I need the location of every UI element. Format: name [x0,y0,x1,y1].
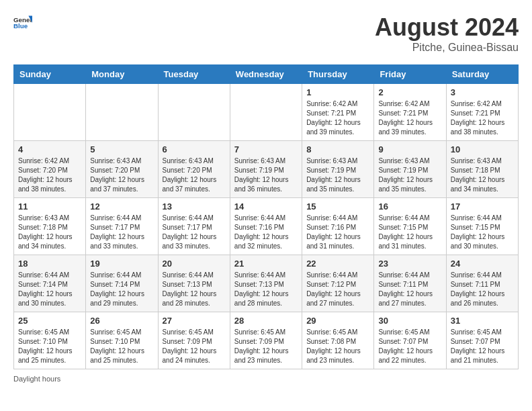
day-number: 6 [163,144,226,154]
calendar-week-row: 25Sunrise: 6:45 AMSunset: 7:10 PMDayligh… [14,312,519,369]
page-header: General Blue August 2024 Pitche, Guinea-… [13,13,519,54]
calendar-cell: 13Sunrise: 6:44 AMSunset: 7:17 PMDayligh… [158,198,230,255]
day-number: 2 [378,87,441,97]
day-info: Sunrise: 6:43 AMSunset: 7:19 PMDaylight:… [234,156,298,194]
day-info: Sunrise: 6:45 AMSunset: 7:10 PMDaylight:… [18,328,81,365]
day-info: Sunrise: 6:45 AMSunset: 7:09 PMDaylight:… [163,328,226,365]
day-number: 18 [18,259,81,269]
day-number: 14 [234,201,298,212]
calendar-cell: 29Sunrise: 6:45 AMSunset: 7:08 PMDayligh… [302,312,374,369]
day-of-week-header: Sunday [14,65,86,84]
calendar-week-row: 4Sunrise: 6:42 AMSunset: 7:20 PMDaylight… [14,141,519,198]
calendar-cell: 22Sunrise: 6:44 AMSunset: 7:12 PMDayligh… [302,255,374,312]
day-info: Sunrise: 6:44 AMSunset: 7:15 PMDaylight:… [451,214,514,251]
day-info: Sunrise: 6:44 AMSunset: 7:17 PMDaylight:… [90,214,153,251]
calendar-week-row: 1Sunrise: 6:42 AMSunset: 7:21 PMDaylight… [14,84,519,141]
calendar-cell: 30Sunrise: 6:45 AMSunset: 7:07 PMDayligh… [374,312,446,369]
day-number: 12 [90,201,153,212]
day-info: Sunrise: 6:43 AMSunset: 7:20 PMDaylight:… [90,156,153,194]
day-info: Sunrise: 6:44 AMSunset: 7:12 PMDaylight:… [306,271,369,308]
day-info: Sunrise: 6:43 AMSunset: 7:18 PMDaylight:… [451,156,514,194]
calendar-body: 1Sunrise: 6:42 AMSunset: 7:21 PMDaylight… [14,84,519,369]
day-of-week-header: Saturday [446,65,518,84]
calendar-cell: 31Sunrise: 6:45 AMSunset: 7:07 PMDayligh… [446,312,518,369]
day-number: 4 [18,144,81,154]
day-info: Sunrise: 6:44 AMSunset: 7:13 PMDaylight:… [163,271,226,308]
calendar-cell: 6Sunrise: 6:43 AMSunset: 7:20 PMDaylight… [158,141,230,198]
header-row: SundayMondayTuesdayWednesdayThursdayFrid… [14,65,519,84]
day-of-week-header: Tuesday [158,65,230,84]
calendar-cell: 2Sunrise: 6:42 AMSunset: 7:21 PMDaylight… [374,84,446,141]
day-info: Sunrise: 6:45 AMSunset: 7:07 PMDaylight:… [378,328,441,365]
day-number: 1 [306,87,369,97]
svg-text:Blue: Blue [13,22,28,30]
calendar-cell: 4Sunrise: 6:42 AMSunset: 7:20 PMDaylight… [14,141,86,198]
day-number: 3 [451,87,514,97]
day-info: Sunrise: 6:44 AMSunset: 7:13 PMDaylight:… [234,271,298,308]
calendar-cell: 12Sunrise: 6:44 AMSunset: 7:17 PMDayligh… [86,198,158,255]
calendar-cell: 23Sunrise: 6:44 AMSunset: 7:11 PMDayligh… [374,255,446,312]
day-number: 28 [234,316,298,326]
calendar-cell: 20Sunrise: 6:44 AMSunset: 7:13 PMDayligh… [158,255,230,312]
day-info: Sunrise: 6:43 AMSunset: 7:18 PMDaylight:… [18,214,81,251]
day-info: Sunrise: 6:42 AMSunset: 7:21 PMDaylight:… [451,99,514,137]
day-number: 26 [90,316,153,326]
logo-icon: General Blue [13,13,32,32]
day-info: Sunrise: 6:44 AMSunset: 7:11 PMDaylight:… [378,271,441,308]
calendar-cell [158,84,230,141]
logo: General Blue [13,13,32,32]
day-number: 13 [163,201,226,212]
day-number: 24 [451,259,514,269]
calendar-week-row: 18Sunrise: 6:44 AMSunset: 7:14 PMDayligh… [14,255,519,312]
calendar-cell [86,84,158,141]
day-info: Sunrise: 6:44 AMSunset: 7:16 PMDaylight:… [306,214,369,251]
calendar-table: SundayMondayTuesdayWednesdayThursdayFrid… [13,64,519,369]
day-number: 5 [90,144,153,154]
day-info: Sunrise: 6:42 AMSunset: 7:21 PMDaylight:… [378,99,441,137]
day-info: Sunrise: 6:45 AMSunset: 7:08 PMDaylight:… [306,328,369,365]
calendar-cell: 9Sunrise: 6:43 AMSunset: 7:19 PMDaylight… [374,141,446,198]
day-info: Sunrise: 6:45 AMSunset: 7:10 PMDaylight:… [90,328,153,365]
calendar-week-row: 11Sunrise: 6:43 AMSunset: 7:18 PMDayligh… [14,198,519,255]
calendar-cell: 26Sunrise: 6:45 AMSunset: 7:10 PMDayligh… [86,312,158,369]
calendar-cell: 17Sunrise: 6:44 AMSunset: 7:15 PMDayligh… [446,198,518,255]
day-info: Sunrise: 6:44 AMSunset: 7:17 PMDaylight:… [163,214,226,251]
day-of-week-header: Friday [374,65,446,84]
calendar-cell: 11Sunrise: 6:43 AMSunset: 7:18 PMDayligh… [14,198,86,255]
day-info: Sunrise: 6:42 AMSunset: 7:20 PMDaylight:… [18,156,81,194]
day-number: 30 [378,316,441,326]
calendar-cell: 19Sunrise: 6:44 AMSunset: 7:14 PMDayligh… [86,255,158,312]
day-number: 21 [234,259,298,269]
calendar-cell: 14Sunrise: 6:44 AMSunset: 7:16 PMDayligh… [230,198,302,255]
calendar-cell: 3Sunrise: 6:42 AMSunset: 7:21 PMDaylight… [446,84,518,141]
day-number: 25 [18,316,81,326]
day-info: Sunrise: 6:44 AMSunset: 7:15 PMDaylight:… [378,214,441,251]
calendar-cell: 5Sunrise: 6:43 AMSunset: 7:20 PMDaylight… [86,141,158,198]
day-info: Sunrise: 6:42 AMSunset: 7:21 PMDaylight:… [306,99,369,137]
day-info: Sunrise: 6:44 AMSunset: 7:14 PMDaylight:… [18,271,81,308]
day-number: 7 [234,144,298,154]
calendar-title: August 2024 [375,13,519,42]
day-number: 27 [163,316,226,326]
day-number: 19 [90,259,153,269]
calendar-cell: 25Sunrise: 6:45 AMSunset: 7:10 PMDayligh… [14,312,86,369]
day-number: 15 [306,201,369,212]
day-number: 29 [306,316,369,326]
day-info: Sunrise: 6:43 AMSunset: 7:20 PMDaylight:… [163,156,226,194]
calendar-cell: 7Sunrise: 6:43 AMSunset: 7:19 PMDaylight… [230,141,302,198]
day-number: 17 [451,201,514,212]
day-number: 23 [378,259,441,269]
day-info: Sunrise: 6:44 AMSunset: 7:11 PMDaylight:… [451,271,514,308]
calendar-cell: 8Sunrise: 6:43 AMSunset: 7:19 PMDaylight… [302,141,374,198]
calendar-location: Pitche, Guinea-Bissau [375,42,519,54]
day-info: Sunrise: 6:45 AMSunset: 7:07 PMDaylight:… [451,328,514,365]
calendar-cell: 24Sunrise: 6:44 AMSunset: 7:11 PMDayligh… [446,255,518,312]
day-info: Sunrise: 6:43 AMSunset: 7:19 PMDaylight:… [306,156,369,194]
day-of-week-header: Thursday [302,65,374,84]
calendar-cell: 18Sunrise: 6:44 AMSunset: 7:14 PMDayligh… [14,255,86,312]
calendar-cell: 1Sunrise: 6:42 AMSunset: 7:21 PMDaylight… [302,84,374,141]
calendar-cell: 16Sunrise: 6:44 AMSunset: 7:15 PMDayligh… [374,198,446,255]
day-number: 11 [18,201,81,212]
day-number: 16 [378,201,441,212]
day-of-week-header: Wednesday [230,65,302,84]
